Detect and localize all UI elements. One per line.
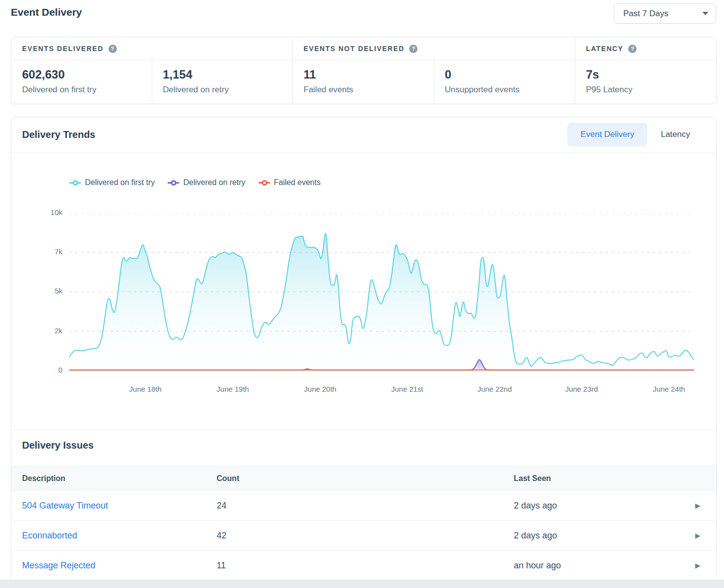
table-row[interactable]: Message Rejected 11 an hour ago ▶ <box>11 551 716 580</box>
event-delivery-page: Event Delivery Past 7 Days EVENTS DELIVE… <box>0 0 724 580</box>
legend-label: Delivered on first try <box>85 178 155 187</box>
column-header-description: Description <box>11 474 217 483</box>
metric-value: 602,630 <box>22 68 152 81</box>
metric-value: 0 <box>445 68 575 81</box>
column-header-count: Count <box>217 474 514 483</box>
metric-label: P95 Latency <box>586 85 716 95</box>
stat-group-label: EVENTS DELIVERED <box>22 45 104 53</box>
y-axis-tick: 7k <box>11 247 62 256</box>
line-dot-marker-icon <box>258 180 270 186</box>
line-dot-marker-icon <box>167 180 179 186</box>
stat-group-label: LATENCY <box>586 45 623 53</box>
x-axis-tick: June 19th <box>217 385 249 393</box>
issue-link[interactable]: Econnaborted <box>22 531 77 540</box>
delivery-issues-table: Description Count Last Seen 504 Gateway … <box>11 466 716 580</box>
x-axis-tick: June 22nd <box>477 385 512 393</box>
table-row[interactable]: Econnaborted 42 2 days ago ▶ <box>11 521 716 551</box>
trends-tabs: Event Delivery Latency <box>567 123 703 146</box>
y-axis-tick: 0 <box>11 366 62 374</box>
date-range-select[interactable]: Past 7 Days <box>614 3 716 24</box>
area-chart <box>69 213 694 371</box>
issue-count: 24 <box>217 501 514 511</box>
metric-delivered-retry: 1,154 Delivered on retry <box>152 60 293 104</box>
help-icon[interactable]: ? <box>109 45 117 53</box>
y-axis-tick: 5k <box>11 287 62 295</box>
x-axis-tick: June 24th <box>653 385 685 393</box>
issue-count: 42 <box>217 531 514 541</box>
date-range-value: Past 7 Days <box>623 9 668 19</box>
metric-value: 7s <box>586 68 716 81</box>
page-title: Event Delivery <box>11 6 82 18</box>
tab-latency[interactable]: Latency <box>647 123 703 146</box>
section-divider <box>11 430 716 430</box>
legend-item-failed[interactable]: Failed events <box>258 178 321 187</box>
chevron-right-icon[interactable]: ▶ <box>695 502 700 509</box>
column-header-last-seen: Last Seen <box>514 474 716 483</box>
metric-label: Delivered on retry <box>163 85 293 95</box>
delivery-issues-title: Delivery Issues <box>22 440 94 451</box>
stat-group-header: EVENTS DELIVERED ? <box>11 37 292 60</box>
legend-item-first-try[interactable]: Delivered on first try <box>69 178 155 187</box>
stat-group-header: LATENCY ? <box>575 37 716 60</box>
issue-last-seen: an hour ago <box>514 561 695 571</box>
tab-event-delivery[interactable]: Event Delivery <box>567 123 648 146</box>
issue-last-seen: 2 days ago <box>514 531 695 541</box>
issue-count: 11 <box>217 561 514 571</box>
stat-group-body: 11 Failed events 0 Unsupported events <box>293 60 575 104</box>
stat-group-body: 7s P95 Latency <box>575 60 716 104</box>
table-header-row: Description Count Last Seen <box>11 466 716 491</box>
metric-unsupported-events: 0 Unsupported events <box>434 60 575 104</box>
stat-group-events-delivered: EVENTS DELIVERED ? 602,630 Delivered on … <box>11 37 293 104</box>
x-axis-tick: June 20th <box>304 385 336 393</box>
metric-label: Delivered on first try <box>22 85 152 95</box>
stat-group-header: EVENTS NOT DELIVERED ? <box>293 37 575 60</box>
metric-p95-latency: 7s P95 Latency <box>575 60 716 104</box>
y-axis-tick: 2k <box>11 326 62 335</box>
legend-label: Failed events <box>274 178 321 187</box>
chart-legend: Delivered on first try Delivered on retr… <box>69 178 321 187</box>
x-axis: June 18th June 19th June 20th June 21st … <box>69 385 694 395</box>
x-axis-tick: June 21st <box>391 385 423 393</box>
issue-link[interactable]: 504 Gateway Timeout <box>22 501 108 510</box>
stat-group-latency: LATENCY ? 7s P95 Latency <box>575 37 716 104</box>
stat-group-body: 602,630 Delivered on first try 1,154 Del… <box>11 60 292 104</box>
issue-last-seen: 2 days ago <box>514 501 695 511</box>
metric-delivered-first-try: 602,630 Delivered on first try <box>11 60 152 104</box>
delivery-trends-chart[interactable] <box>69 213 694 371</box>
metric-failed-events: 11 Failed events <box>293 60 434 104</box>
x-axis-tick: June 23rd <box>565 385 598 393</box>
chevron-right-icon[interactable]: ▶ <box>695 532 700 539</box>
y-axis-tick: 10k <box>11 208 62 216</box>
issue-link[interactable]: Message Rejected <box>22 561 95 570</box>
delivery-trends-header: Delivery Trends Event Delivery Latency <box>11 117 716 153</box>
chevron-right-icon[interactable]: ▶ <box>695 562 700 569</box>
stats-summary-card: EVENTS DELIVERED ? 602,630 Delivered on … <box>11 37 717 104</box>
help-icon[interactable]: ? <box>409 45 418 53</box>
delivery-trends-title: Delivery Trends <box>22 129 95 140</box>
x-axis-tick: June 18th <box>129 385 162 393</box>
legend-item-retry[interactable]: Delivered on retry <box>167 178 245 187</box>
stat-group-events-not-delivered: EVENTS NOT DELIVERED ? 11 Failed events … <box>293 37 575 104</box>
stat-group-label: EVENTS NOT DELIVERED <box>304 45 404 53</box>
metric-label: Failed events <box>304 85 434 95</box>
help-icon[interactable]: ? <box>628 45 637 53</box>
line-dot-marker-icon <box>69 180 81 186</box>
chevron-down-icon <box>702 12 708 15</box>
legend-label: Delivered on retry <box>183 178 245 187</box>
delivery-trends-card: Delivery Trends Event Delivery Latency D… <box>11 117 717 580</box>
metric-value: 1,154 <box>163 68 293 81</box>
table-row[interactable]: 504 Gateway Timeout 24 2 days ago ▶ <box>11 491 716 521</box>
metric-label: Unsupported events <box>445 85 575 95</box>
metric-value: 11 <box>304 68 434 81</box>
